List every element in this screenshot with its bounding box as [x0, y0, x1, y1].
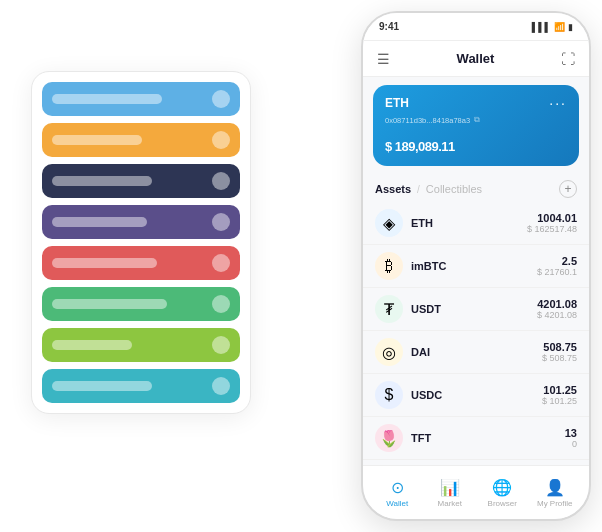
asset-symbol: USDC: [411, 389, 542, 401]
battery-icon: ▮: [568, 22, 573, 32]
card-stack-row: [42, 205, 240, 239]
card-stack-row: [42, 123, 240, 157]
eth-card-menu[interactable]: ···: [549, 95, 567, 111]
asset-list: ◈ ETH 1004.01 $ 162517.48 ₿ imBTC 2.5 $ …: [363, 202, 589, 465]
tab-separator: /: [417, 184, 420, 195]
scan-icon[interactable]: ⛶: [561, 51, 575, 67]
card-stack-row: [42, 369, 240, 403]
nav-label: My Profile: [537, 499, 573, 508]
nav-item-wallet[interactable]: ⊙ Wallet: [375, 478, 419, 508]
add-asset-button[interactable]: +: [559, 180, 577, 198]
eth-card: ETH ··· 0x08711d3b...8418a78a3 ⧉ $189,08…: [373, 85, 579, 166]
eth-token-label: ETH: [385, 96, 409, 110]
asset-icon: ₿: [375, 252, 403, 280]
nav-icon: 📊: [440, 478, 460, 497]
status-time: 9:41: [379, 21, 399, 32]
eth-balance: $189,089.11: [385, 133, 567, 156]
asset-item[interactable]: ◈ ETH 1004.01 $ 162517.48: [363, 202, 589, 245]
asset-usd: $ 508.75: [542, 353, 577, 363]
asset-amount: 4201.08: [537, 298, 577, 310]
asset-amount: 101.25: [542, 384, 577, 396]
asset-amount: 1004.01: [527, 212, 577, 224]
asset-item[interactable]: $ USDC 101.25 $ 101.25: [363, 374, 589, 417]
asset-usd: $ 4201.08: [537, 310, 577, 320]
asset-values: 2.5 $ 21760.1: [537, 255, 577, 277]
wifi-icon: 📶: [554, 22, 565, 32]
tab-group: Assets / Collectibles: [375, 183, 482, 195]
nav-item-my-profile[interactable]: 👤 My Profile: [533, 478, 577, 508]
asset-item[interactable]: ₿ imBTC 2.5 $ 21760.1: [363, 245, 589, 288]
nav-label: Market: [438, 499, 462, 508]
nav-icon: 🌐: [492, 478, 512, 497]
nav-icon: ⊙: [391, 478, 404, 497]
assets-tabs: Assets / Collectibles +: [363, 174, 589, 202]
currency-symbol: $: [385, 139, 392, 154]
asset-values: 13 0: [565, 427, 577, 449]
eth-card-header: ETH ···: [385, 95, 567, 111]
balance-amount: 189,089.11: [395, 139, 455, 154]
eth-address-text: 0x08711d3b...8418a78a3: [385, 116, 470, 125]
asset-symbol: DAI: [411, 346, 542, 358]
scene: 9:41 ▌▌▌ 📶 ▮ ☰ Wallet ⛶ ETH ··· 0x08711d…: [11, 11, 591, 521]
asset-amount: 508.75: [542, 341, 577, 353]
bottom-nav: ⊙ Wallet 📊 Market 🌐 Browser 👤 My Profile: [363, 465, 589, 519]
asset-usd: $ 21760.1: [537, 267, 577, 277]
card-stack-row: [42, 246, 240, 280]
asset-symbol: imBTC: [411, 260, 537, 272]
asset-item[interactable]: ◎ DAI 508.75 $ 508.75: [363, 331, 589, 374]
asset-symbol: TFT: [411, 432, 565, 444]
asset-icon: ₮: [375, 295, 403, 323]
asset-icon: ◈: [375, 209, 403, 237]
nav-label: Wallet: [386, 499, 408, 508]
asset-symbol: USDT: [411, 303, 537, 315]
asset-icon: $: [375, 381, 403, 409]
eth-address: 0x08711d3b...8418a78a3 ⧉: [385, 115, 567, 125]
menu-icon[interactable]: ☰: [377, 51, 390, 67]
card-stack-row: [42, 287, 240, 321]
nav-item-browser[interactable]: 🌐 Browser: [480, 478, 524, 508]
phone-frame: 9:41 ▌▌▌ 📶 ▮ ☰ Wallet ⛶ ETH ··· 0x08711d…: [361, 11, 591, 521]
card-stack: [31, 71, 251, 414]
asset-usd: $ 162517.48: [527, 224, 577, 234]
signal-icon: ▌▌▌: [532, 22, 551, 32]
nav-item-market[interactable]: 📊 Market: [428, 478, 472, 508]
copy-address-icon[interactable]: ⧉: [474, 115, 480, 125]
asset-values: 101.25 $ 101.25: [542, 384, 577, 406]
asset-amount: 2.5: [537, 255, 577, 267]
phone-header: ☰ Wallet ⛶: [363, 41, 589, 77]
status-icons: ▌▌▌ 📶 ▮: [532, 22, 573, 32]
asset-item[interactable]: 🌷 TFT 13 0: [363, 417, 589, 460]
asset-symbol: ETH: [411, 217, 527, 229]
card-stack-row: [42, 328, 240, 362]
nav-label: Browser: [488, 499, 517, 508]
asset-icon: ◎: [375, 338, 403, 366]
asset-item[interactable]: ₮ USDT 4201.08 $ 4201.08: [363, 288, 589, 331]
wallet-title: Wallet: [457, 51, 495, 66]
card-stack-row: [42, 164, 240, 198]
status-bar: 9:41 ▌▌▌ 📶 ▮: [363, 13, 589, 41]
nav-icon: 👤: [545, 478, 565, 497]
asset-values: 1004.01 $ 162517.48: [527, 212, 577, 234]
tab-assets[interactable]: Assets: [375, 183, 411, 195]
asset-icon: 🌷: [375, 424, 403, 452]
asset-amount: 13: [565, 427, 577, 439]
tab-collectibles[interactable]: Collectibles: [426, 183, 482, 195]
phone-body: ETH ··· 0x08711d3b...8418a78a3 ⧉ $189,08…: [363, 77, 589, 465]
card-stack-row: [42, 82, 240, 116]
asset-values: 508.75 $ 508.75: [542, 341, 577, 363]
asset-usd: $ 101.25: [542, 396, 577, 406]
asset-usd: 0: [565, 439, 577, 449]
asset-values: 4201.08 $ 4201.08: [537, 298, 577, 320]
